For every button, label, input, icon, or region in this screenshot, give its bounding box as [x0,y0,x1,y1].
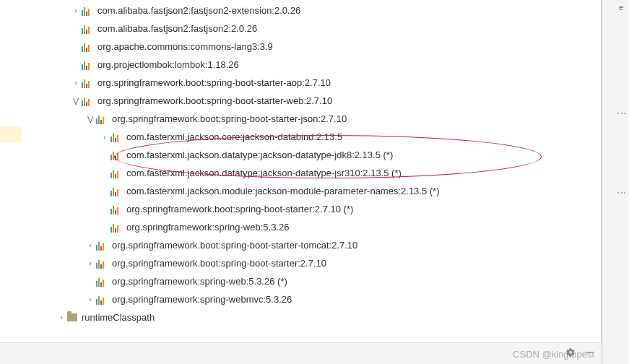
tree-item-label: runtimeClasspath [82,312,155,323]
tree-item-label: com.fasterxml.jackson.datatype:jackson-d… [126,168,402,178]
tree-item-label: com.fasterxml.jackson.datatype:jackson-d… [126,150,393,160]
tree-row[interactable]: ›com.fasterxml.jackson.core:jackson-data… [1,128,601,146]
tree-row[interactable]: ›org.springframework:spring-web:5.3.26 (… [1,272,601,290]
library-icon [82,78,93,88]
tree-item-label: org.springframework.boot:spring-boot-sta… [126,204,353,214]
minimize-icon[interactable] [584,347,594,360]
library-icon [96,240,108,251]
tree-row[interactable]: ›com.fasterxml.jackson.datatype:jackson-… [1,164,601,182]
library-icon [110,150,122,160]
tree-row[interactable]: ›com.fasterxml.jackson.module:jackson-mo… [1,182,601,200]
tree-row[interactable]: ›org.springframework.boot:spring-boot-st… [1,74,601,92]
tree-row[interactable]: ›com.alibaba.fastjson2:fastjson2-extensi… [1,1,601,20]
tree-item-label: org.springframework.boot:spring-boot-sta… [112,113,347,124]
library-icon [96,277,108,287]
chevron-right-icon[interactable]: › [84,295,96,303]
library-icon [82,6,93,16]
tree-row[interactable]: ›org.springframework.boot:spring-boot-st… [1,236,601,254]
tree-row[interactable]: ›org.apache.commons:commons-lang3:3.9 [1,38,601,56]
library-icon [110,168,122,178]
tree-item-label: org.springframework.boot:spring-boot-sta… [97,95,332,106]
tree-row[interactable]: ›org.springframework.boot:spring-boot-st… [1,254,601,272]
library-icon [82,24,93,34]
gear-icon[interactable] [565,347,576,360]
tree-item-label: com.alibaba.fastjson2:fastjson2-extensio… [97,5,300,16]
tree-item-label: org.springframework:spring-webmvc:5.3.26 [112,294,292,305]
chevron-right-icon[interactable]: › [84,259,96,267]
chevron-right-icon[interactable]: › [70,79,82,87]
library-icon [110,222,122,233]
library-icon [110,132,122,142]
tree-row[interactable]: ›com.fasterxml.jackson.datatype:jackson-… [1,146,601,164]
tree-row[interactable]: ›org.springframework:spring-web:5.3.26 [1,218,601,236]
tree-item-label: org.apache.commons:commons-lang3:3.9 [97,41,273,52]
library-icon [96,295,108,305]
tree-item-label: com.fasterxml.jackson.core:jackson-datab… [126,131,342,142]
tree-item-label: com.alibaba.fastjson2:fastjson2:2.0.26 [97,23,257,34]
tree-row[interactable]: ⋁org.springframework.boot:spring-boot-st… [1,92,601,110]
library-icon [110,204,122,214]
tree-item-label: org.springframework:spring-web:5.3.26 (*… [112,276,287,287]
tree-row[interactable]: ›com.alibaba.fastjson2:fastjson2:2.0.26 [1,20,601,38]
chevron-down-icon[interactable]: ⋁ [84,115,96,123]
tree-row[interactable]: ›runtimeClasspath [1,308,601,326]
library-icon [82,42,93,52]
library-icon [82,60,93,70]
chevron-right-icon[interactable]: › [84,241,96,249]
tree-item-label: org.springframework.boot:spring-boot-sta… [97,77,331,88]
dependency-tree[interactable]: ›com.alibaba.fastjson2:fastjson2-extensi… [0,0,601,326]
chevron-right-icon[interactable]: › [99,133,110,141]
tree-item-label: org.springframework.boot:spring-boot-sta… [112,240,357,251]
side-tab-label[interactable]: e [613,0,629,12]
tree-row[interactable]: ⋁org.springframework.boot:spring-boot-st… [1,110,601,128]
chevron-right-icon[interactable]: › [70,6,82,14]
chevron-down-icon[interactable]: ⋁ [70,97,82,105]
tree-row[interactable]: ›org.springframework:spring-webmvc:5.3.2… [1,290,601,308]
library-icon [110,186,122,196]
svg-rect-0 [586,352,592,352]
dependency-tree-panel: ›com.alibaba.fastjson2:fastjson2-extensi… [0,0,602,364]
tree-item-label: org.springframework:spring-web:5.3.26 [126,222,289,233]
toolbar-bottom [0,342,602,364]
chevron-right-icon[interactable]: › [56,313,67,321]
library-icon [82,96,93,106]
right-tool-strip[interactable]: e ⋮ ⋮ [602,0,629,364]
tree-row[interactable]: ›org.springframework.boot:spring-boot-st… [1,200,601,218]
tree-row[interactable]: ›org.projectlombok:lombok:1.18.26 [1,56,601,74]
tree-item-label: org.projectlombok:lombok:1.18.26 [97,59,239,70]
side-marker-icon: ⋮ [616,188,628,198]
folder-icon [67,313,77,321]
library-icon [96,259,108,269]
side-marker-icon: ⋮ [616,108,628,118]
library-icon [96,114,108,124]
tree-item-label: com.fasterxml.jackson.module:jackson-mod… [126,186,440,196]
tree-item-label: org.springframework.boot:spring-boot-sta… [112,258,326,269]
